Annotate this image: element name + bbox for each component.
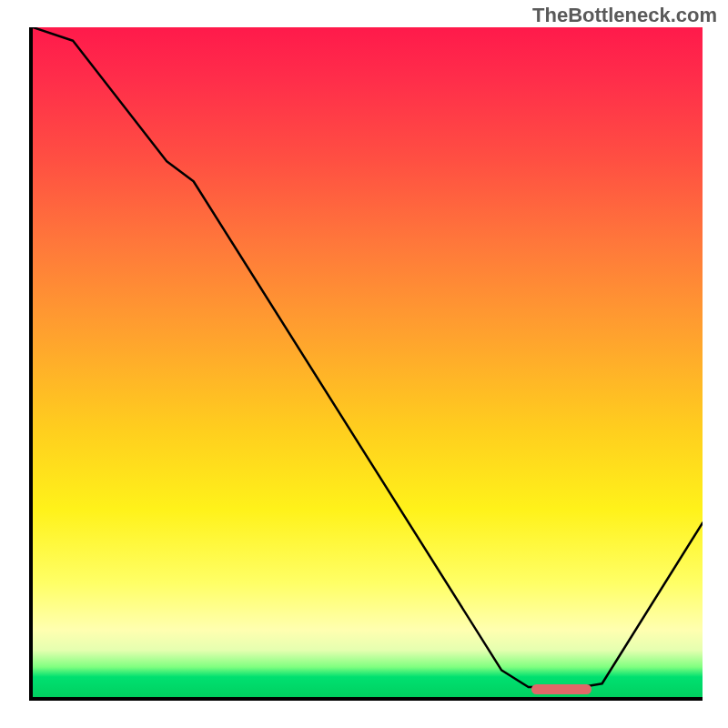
watermark-text: TheBottleneck.com bbox=[532, 4, 717, 27]
chart-container: TheBottleneck.com bbox=[0, 0, 728, 728]
plot-area bbox=[29, 27, 703, 701]
bottleneck-curve bbox=[33, 27, 703, 697]
optimal-range-marker bbox=[531, 684, 592, 694]
